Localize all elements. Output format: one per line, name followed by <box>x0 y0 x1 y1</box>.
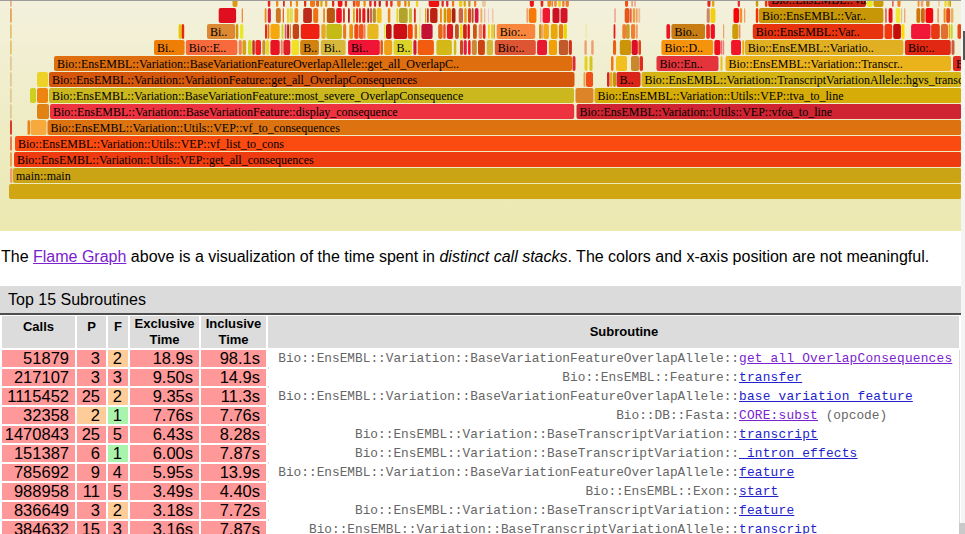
svg-text:Bio::EnsEMBL::Variation::BaseV: Bio::EnsEMBL::Variation::BaseVariationFe… <box>52 89 463 103</box>
svg-text:Bio::D..: Bio::D.. <box>664 41 703 55</box>
svg-text:B..: B.. <box>397 41 411 55</box>
svg-text:Bio::EnsEMBL::Variatio..: Bio::EnsEMBL::Variatio.. <box>748 41 874 55</box>
svg-text:Bio::EnsEMBL::Var..: Bio::EnsEMBL::Var.. <box>756 25 860 39</box>
svg-text:Bio::EnsEMBL::Variation::Trans: Bio::EnsEMBL::Variation::TranscriptVaria… <box>645 73 965 87</box>
svg-text:Bi..: Bi.. <box>210 25 227 39</box>
svg-text:Bio::EnsEMBL::Variation::Trans: Bio::EnsEMBL::Variation::Transcr.. <box>729 57 903 71</box>
svg-text:Bi..: Bi.. <box>157 41 174 55</box>
svg-text:Bio::En..: Bio::En.. <box>660 57 703 71</box>
svg-text:Bio::EnsEMBL::Variation::Utils: Bio::EnsEMBL::Variation::Utils::VEP::vf_… <box>18 137 284 151</box>
svg-text:Bio::EnsEMBL::Variation::Utils: Bio::EnsEMBL::Variation::Utils::VEP::vf_… <box>51 121 341 135</box>
svg-text:Bio::E..: Bio::E.. <box>189 41 226 55</box>
svg-text:B..: B.. <box>303 41 317 55</box>
svg-text:Bio:..: Bio:.. <box>498 41 525 55</box>
svg-text:Bio:..: Bio:.. <box>500 25 527 39</box>
svg-text:Bio::EnsEMBL::Variation::Utils: Bio::EnsEMBL::Variation::Utils::VEP::tva… <box>598 89 844 103</box>
svg-text:B..: B.. <box>620 73 634 87</box>
svg-text:Bio::EnsEMBL::Var..: Bio::EnsEMBL::Var.. <box>762 9 866 23</box>
svg-text:Bi..: Bi.. <box>324 41 341 55</box>
svg-text:Bio::EnsEMBL::Variation::BaseV: Bio::EnsEMBL::Variation::BaseVariationFe… <box>57 57 459 71</box>
svg-text:Bio::EnsEMBL::Variation::Varia: Bio::EnsEMBL::Variation::VariationFeatur… <box>52 73 418 87</box>
svg-text:Bio::EnsEMBL::Variation::Utils: Bio::EnsEMBL::Variation::Utils::VEP::vfo… <box>580 105 833 119</box>
svg-text:main::main: main::main <box>16 169 71 183</box>
svg-text:Bio::EnsEMBL::Variation::BaseV: Bio::EnsEMBL::Variation::BaseVariationFe… <box>53 105 398 119</box>
svg-text:Bio:..: Bio:.. <box>908 41 935 55</box>
svg-text:Bio..: Bio.. <box>674 25 697 39</box>
svg-text:Bio::EnsEMBL::Variation::Utils: Bio::EnsEMBL::Variation::Utils::VEP::get… <box>17 153 314 167</box>
svg-text:Bi..: Bi.. <box>351 41 368 55</box>
